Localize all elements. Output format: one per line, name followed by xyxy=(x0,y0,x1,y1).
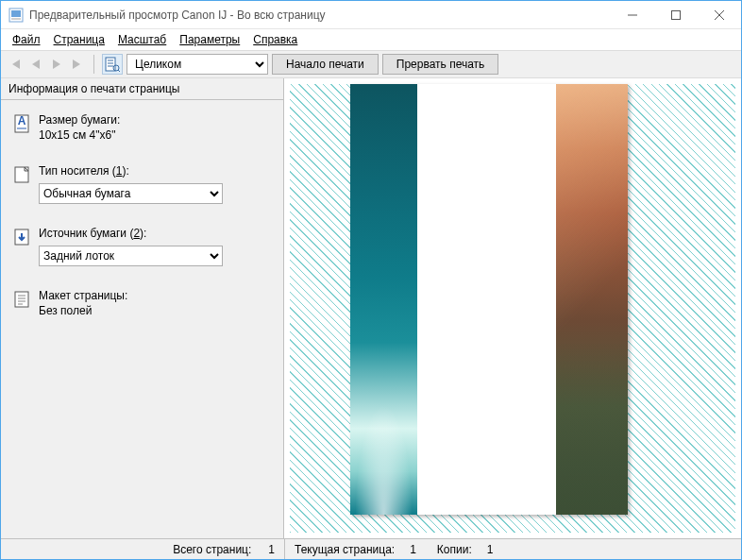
svg-rect-18 xyxy=(15,292,28,307)
paper-source-label: Источник бумаги (2): xyxy=(39,227,272,240)
app-window: Предварительный просмотр Canon IJ - Во в… xyxy=(0,0,742,560)
menu-zoom[interactable]: Масштаб xyxy=(112,31,172,48)
menu-page[interactable]: Страница xyxy=(48,31,110,48)
svg-line-12 xyxy=(118,70,120,72)
window-controls xyxy=(611,1,741,28)
toolbar-separator xyxy=(93,55,94,74)
statusbar: Всего страниц: 1 Текущая страница: 1 Коп… xyxy=(1,538,741,559)
last-page-button[interactable] xyxy=(69,55,86,74)
close-button[interactable] xyxy=(698,1,741,28)
client-area: Информация о печати страницы A Размер бу… xyxy=(1,78,741,538)
paper-size-icon: A xyxy=(12,113,31,134)
preview-image xyxy=(350,84,628,515)
sidebar-content: A Размер бумаги: 10x15 см 4"x6" xyxy=(1,100,283,538)
prev-page-button[interactable] xyxy=(27,55,44,74)
media-type-block: Тип носителя (1): Обычная бумага xyxy=(12,164,272,204)
zoom-select[interactable]: Целиком xyxy=(126,54,268,75)
minimize-button[interactable] xyxy=(611,1,654,28)
svg-rect-1 xyxy=(11,10,21,17)
paper-source-select[interactable]: Задний лоток xyxy=(39,246,223,266)
preview-page[interactable] xyxy=(350,84,628,515)
media-type-icon xyxy=(12,164,31,185)
window-title: Предварительный просмотр Canon IJ - Во в… xyxy=(29,8,611,22)
sidebar: Информация о печати страницы A Размер бу… xyxy=(1,78,284,538)
svg-rect-2 xyxy=(11,18,21,20)
toolbar: Целиком Начало печати Прервать печать xyxy=(1,50,741,78)
cancel-print-button[interactable]: Прервать печать xyxy=(382,54,499,75)
start-print-button[interactable]: Начало печати xyxy=(272,54,379,75)
sidebar-header: Информация о печати страницы xyxy=(1,78,283,100)
svg-text:A: A xyxy=(18,114,26,127)
maximize-button[interactable] xyxy=(654,1,698,28)
menu-help[interactable]: Справка xyxy=(247,31,303,48)
info-toggle-button[interactable] xyxy=(102,54,123,75)
svg-rect-4 xyxy=(672,10,681,19)
status-current-page: Текущая страница: 1 Копии: 1 xyxy=(285,539,741,559)
media-type-label: Тип носителя (1): xyxy=(39,164,272,178)
app-icon xyxy=(8,8,24,23)
media-type-select[interactable]: Обычная бумага xyxy=(39,183,223,204)
menu-options[interactable]: Параметры xyxy=(174,31,245,48)
paper-size-block: A Размер бумаги: 10x15 см 4"x6" xyxy=(12,113,272,142)
first-page-button[interactable] xyxy=(7,55,24,74)
paper-size-label: Размер бумаги: xyxy=(39,113,272,127)
paper-size-value: 10x15 см 4"x6" xyxy=(39,128,272,142)
layout-label: Макет страницы: xyxy=(39,289,272,302)
menubar: Файл Страница Масштаб Параметры Справка xyxy=(1,29,741,50)
titlebar: Предварительный просмотр Canon IJ - Во в… xyxy=(1,1,741,29)
layout-icon xyxy=(12,289,31,310)
menu-file[interactable]: Файл xyxy=(7,31,46,48)
preview-area xyxy=(284,78,741,538)
layout-value: Без полей xyxy=(39,304,272,317)
next-page-button[interactable] xyxy=(48,55,65,74)
status-total-pages: Всего страниц: 1 xyxy=(1,539,285,559)
paper-source-icon xyxy=(12,227,31,247)
paper-source-block: Источник бумаги (2): Задний лоток xyxy=(12,227,272,266)
layout-block: Макет страницы: Без полей xyxy=(12,289,272,317)
